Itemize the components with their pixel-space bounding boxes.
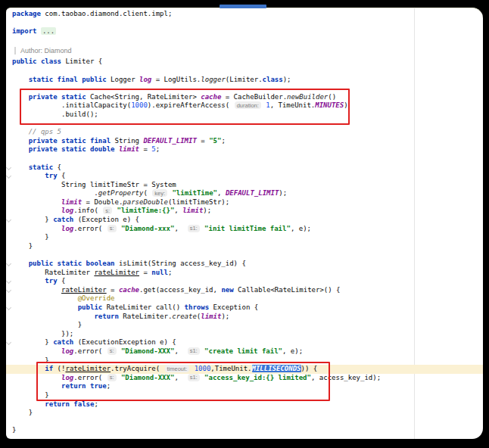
fold-marker-icon[interactable] bbox=[6, 261, 11, 266]
code-token: RateLimiter bbox=[12, 269, 94, 276]
code-editor[interactable]: package com.taobao.diamond.client.impl;i… bbox=[6, 10, 483, 435]
fold-marker-icon[interactable] bbox=[6, 164, 11, 170]
code-line[interactable]: .getProperty( key: "limitTime", DEFAULT_… bbox=[12, 189, 483, 198]
code-line[interactable]: public RateLimiter call() throws Excepti… bbox=[12, 303, 483, 313]
parameter-hint: s: bbox=[107, 347, 117, 355]
selected-token: MILLISECONDS bbox=[252, 365, 301, 372]
code-line[interactable]: .initialCapacity(1000).expireAfterAccess… bbox=[12, 101, 483, 110]
code-token bbox=[12, 277, 45, 285]
code-line[interactable]: private static final String DEFAULT_LIMI… bbox=[12, 137, 483, 146]
code-token: }); bbox=[12, 330, 73, 338]
code-line-current[interactable]: if (!rateLimiter.tryAcquire( timeout: 10… bbox=[6, 365, 483, 374]
code-line[interactable]: static { bbox=[12, 163, 483, 173]
code-token: ; bbox=[221, 137, 225, 145]
code-line[interactable]: private static Cache<String, RateLimiter… bbox=[12, 93, 483, 102]
code-token: "Diamond-XXX" bbox=[121, 347, 174, 355]
code-token: return bbox=[94, 313, 119, 320]
code-line[interactable]: try { bbox=[12, 172, 483, 181]
code-line[interactable]: }); bbox=[12, 330, 483, 339]
code-token: (limitTimeStr); bbox=[168, 198, 229, 206]
code-token: isLimit(String access_key_id) { bbox=[114, 260, 245, 267]
javadoc-author-text: Author: Diamond bbox=[14, 47, 72, 54]
code-token: if bbox=[45, 365, 53, 372]
fold-marker-icon[interactable] bbox=[6, 340, 11, 345]
code-token: { bbox=[58, 172, 66, 179]
code-token: RateLimiter call() bbox=[102, 303, 184, 311]
code-line[interactable]: } bbox=[12, 356, 483, 366]
code-line[interactable] bbox=[12, 418, 483, 427]
fold-marker-icon[interactable] bbox=[6, 173, 11, 179]
code-token: , bbox=[174, 347, 186, 355]
code-line[interactable]: } bbox=[12, 391, 483, 400]
code-token: .error( bbox=[73, 374, 106, 381]
code-line[interactable]: } bbox=[12, 321, 483, 330]
code-line[interactable]: log.error( s: "Diamond-XXX", s1: "create… bbox=[12, 347, 483, 356]
code-line[interactable]: private static double limit = 5; bbox=[12, 145, 483, 154]
code-line[interactable] bbox=[12, 36, 483, 45]
code-line[interactable]: public class Limiter { bbox=[12, 58, 483, 67]
code-token: , access_key_id); bbox=[311, 374, 381, 381]
fold-marker-icon[interactable] bbox=[6, 288, 11, 293]
code-line[interactable] bbox=[12, 67, 483, 76]
code-line[interactable] bbox=[12, 250, 483, 260]
code-token: "limitTime:{}" bbox=[117, 207, 175, 214]
fold-marker-icon[interactable] bbox=[6, 278, 11, 284]
code-token bbox=[12, 294, 78, 302]
code-line[interactable]: // qps 5 bbox=[12, 128, 483, 137]
code-line[interactable] bbox=[12, 120, 483, 129]
code-line[interactable]: } bbox=[12, 409, 483, 418]
code-token: , bbox=[174, 225, 186, 232]
code-line[interactable]: try { bbox=[12, 277, 483, 286]
code-line[interactable]: log.error( s: "Diamond-xxx", s1: "init l… bbox=[12, 225, 483, 234]
code-token: new bbox=[221, 286, 233, 294]
code-token bbox=[12, 93, 29, 101]
fold-marker-icon[interactable] bbox=[6, 305, 11, 310]
code-line[interactable]: return RateLimiter.create(limit); bbox=[12, 313, 483, 322]
code-token bbox=[12, 313, 94, 320]
code-line[interactable]: return false; bbox=[12, 400, 483, 409]
parameter-hint: s: bbox=[107, 374, 117, 381]
code-line[interactable]: return true; bbox=[12, 382, 483, 391]
code-token: log bbox=[61, 374, 73, 381]
code-token: = bbox=[107, 286, 119, 294]
code-token: .info( bbox=[73, 207, 102, 214]
code-token bbox=[12, 137, 29, 145]
code-line[interactable]: limit = Double.parseDouble(limitTimeStr)… bbox=[12, 198, 483, 207]
code-token: Logger bbox=[107, 76, 139, 83]
fold-marker-icon[interactable] bbox=[6, 217, 11, 222]
code-line[interactable]: public static boolean isLimit(String acc… bbox=[12, 260, 483, 269]
code-line[interactable]: import ... bbox=[12, 27, 483, 36]
code-token: } bbox=[12, 338, 53, 346]
code-line[interactable]: } bbox=[12, 233, 483, 242]
code-line[interactable]: } bbox=[12, 426, 483, 435]
code-token: ); bbox=[221, 313, 229, 320]
code-line[interactable]: log.error( s: "Diamond-XXX", s1: "access… bbox=[12, 374, 483, 383]
code-token: private static final bbox=[29, 137, 111, 145]
code-line[interactable] bbox=[12, 84, 483, 93]
code-line[interactable]: } catch (Exception e) { bbox=[12, 216, 483, 225]
code-line[interactable]: package com.taobao.diamond.client.impl; bbox=[12, 10, 483, 19]
screenshot-root: { "colors": { "accent_red": "#E02020", "… bbox=[0, 0, 489, 448]
code-token: .get(access_key_id, bbox=[139, 286, 221, 294]
code-token: ; bbox=[168, 269, 172, 276]
code-line[interactable]: log.info( s: "limitTime:{}", limit); bbox=[12, 207, 483, 216]
code-token bbox=[12, 145, 29, 153]
code-token bbox=[12, 225, 61, 232]
code-token: "access_key_id:{} limited" bbox=[204, 374, 311, 381]
code-line[interactable]: .build(); bbox=[12, 110, 483, 120]
code-line[interactable]: static final public Logger log = LogUtil… bbox=[12, 76, 483, 85]
code-line[interactable] bbox=[12, 19, 483, 28]
javadoc-rendered-line[interactable]: Author: Diamond bbox=[12, 45, 483, 58]
code-token: , bbox=[174, 207, 182, 214]
code-line[interactable]: rateLimiter = cache.get(access_key_id, n… bbox=[12, 286, 483, 295]
code-token: limit bbox=[201, 313, 221, 320]
code-line[interactable]: } bbox=[12, 242, 483, 251]
parameter-hint: s: bbox=[103, 207, 112, 214]
code-line[interactable] bbox=[12, 154, 483, 163]
code-line[interactable]: String limitTimeStr = System bbox=[12, 181, 483, 190]
code-line[interactable]: @Override bbox=[12, 294, 483, 303]
code-token: } bbox=[12, 233, 49, 241]
code-token: )) { bbox=[301, 365, 318, 372]
code-line[interactable]: } catch (ExecutionException e) { bbox=[12, 338, 483, 347]
code-line[interactable]: RateLimiter rateLimiter = null; bbox=[12, 269, 483, 278]
